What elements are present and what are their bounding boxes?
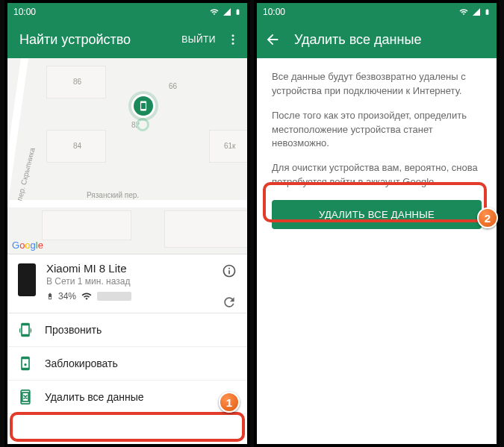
status-bar: 10:00: [257, 3, 497, 21]
ring-icon: [18, 322, 33, 337]
more-icon[interactable]: [226, 33, 240, 46]
street-label: пер. Скрыпника: [15, 147, 36, 202]
status-time: 10:00: [263, 7, 285, 17]
device-card[interactable]: Xiaomi MI 8 Lite В Сети 1 мин. назад 34%: [7, 254, 247, 313]
svg-point-2: [232, 43, 234, 45]
refresh-icon[interactable]: [222, 295, 237, 310]
action-label: Удалить все данные: [45, 391, 144, 403]
signal-icon: [472, 7, 481, 16]
action-erase[interactable]: Удалить все данные: [7, 381, 247, 414]
wifi-icon: [209, 7, 220, 16]
battery-icon: [46, 291, 54, 301]
battery-icon: [234, 7, 241, 17]
description: Все данные будут безвозвратно удалены с …: [257, 58, 497, 190]
action-label: Прозвонить: [45, 324, 102, 336]
step-badge-1: 1: [219, 392, 240, 413]
svg-point-0: [232, 34, 234, 37]
device-stats: 34%: [46, 291, 222, 301]
device-thumbnail: [18, 263, 36, 296]
wifi-icon: [81, 291, 93, 301]
phone-right: 10:00 Удалить все данные Все данные буду…: [254, 0, 500, 447]
back-icon[interactable]: [264, 31, 281, 48]
para-2: После того как это произойдет, определит…: [272, 109, 482, 151]
google-attribution: Google: [12, 240, 43, 251]
network-name-redacted: [97, 292, 131, 301]
status-icons: [209, 7, 241, 17]
house-number: 84: [73, 142, 81, 150]
device-pin[interactable]: [131, 94, 155, 118]
action-label: Заблокировать: [45, 357, 118, 369]
phone-left: 10:00 Найти устройство ВЫЙТИ 86 84 82 66…: [4, 0, 250, 447]
street-label: Рязанский пер.: [87, 191, 139, 199]
battery-level: 34%: [58, 291, 76, 301]
page-title: Удалить все данные: [281, 32, 489, 48]
logout-button[interactable]: ВЫЙТИ: [181, 34, 216, 45]
info-icon[interactable]: [222, 263, 237, 278]
signal-icon: [223, 7, 231, 16]
app-bar: Найти устройство ВЫЙТИ: [7, 21, 247, 58]
action-ring[interactable]: Прозвонить: [7, 313, 247, 347]
lock-icon: [18, 356, 33, 371]
page-title: Найти устройство: [15, 32, 181, 48]
house-number: 66: [169, 82, 177, 90]
svg-point-1: [232, 39, 234, 41]
action-lock[interactable]: Заблокировать: [7, 347, 247, 381]
para-1: Все данные будут безвозвратно удалены с …: [272, 70, 482, 99]
wifi-icon: [458, 7, 469, 16]
house-number: 86: [73, 78, 81, 86]
action-list: Прозвонить Заблокировать Удалить все дан…: [7, 313, 247, 414]
erase-all-button[interactable]: УДАЛИТЬ ВСЕ ДАННЫЕ: [272, 200, 482, 229]
para-3: Для очистки устройства вам, вероятно, сн…: [272, 161, 482, 190]
status-bar: 10:00: [7, 3, 247, 21]
erase-icon: [18, 390, 33, 404]
map-view[interactable]: 86 84 82 66 61к Рязанский пер. пер. Скры…: [7, 58, 247, 254]
accuracy-circle: [136, 118, 149, 131]
status-time: 10:00: [13, 7, 36, 17]
step-badge-2: 2: [477, 207, 498, 228]
battery-icon: [484, 7, 491, 17]
device-status: В Сети 1 мин. назад: [46, 276, 222, 287]
house-number: 61к: [224, 142, 236, 150]
device-name: Xiaomi MI 8 Lite: [46, 262, 222, 275]
app-bar: Удалить все данные: [257, 21, 497, 58]
status-icons: [458, 7, 491, 17]
